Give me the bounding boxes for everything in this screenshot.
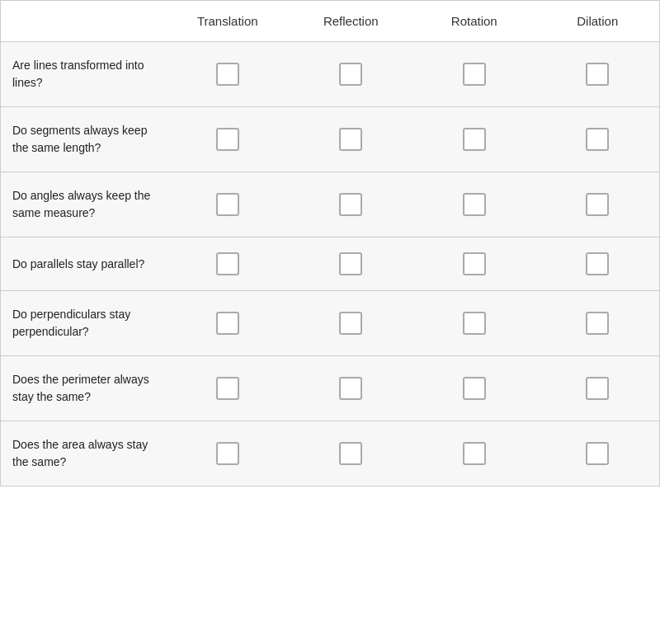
- checkbox-cell-row4-dilation: [536, 237, 660, 290]
- checkbox-cell-row5-reflection: [290, 297, 413, 350]
- checkbox-row2-dilation[interactable]: [586, 128, 609, 151]
- checkbox-row7-reflection[interactable]: [339, 442, 362, 465]
- checkbox-row6-dilation[interactable]: [586, 377, 609, 400]
- checkbox-cell-row5-translation: [166, 297, 290, 350]
- checkbox-cell-row2-reflection: [290, 113, 413, 166]
- checkbox-cell-row2-rotation: [412, 113, 536, 166]
- checkbox-row1-dilation[interactable]: [586, 63, 609, 86]
- question-6: Does the perimeter always stay the same?: [1, 356, 166, 421]
- checkbox-cell-row6-rotation: [412, 362, 536, 415]
- checkbox-row2-rotation[interactable]: [463, 128, 486, 151]
- checkbox-cell-row3-reflection: [290, 178, 413, 231]
- checkbox-row5-dilation[interactable]: [586, 312, 609, 335]
- checkbox-cell-row6-translation: [166, 362, 290, 415]
- checkbox-row7-rotation[interactable]: [463, 442, 486, 465]
- header-rotation: Rotation: [412, 1, 536, 41]
- header-translation: Translation: [166, 1, 290, 41]
- header-reflection: Reflection: [290, 1, 413, 41]
- checkbox-row6-rotation[interactable]: [463, 377, 486, 400]
- checkbox-cell-row6-dilation: [536, 362, 660, 415]
- checkbox-cell-row2-translation: [166, 113, 290, 166]
- checkbox-cell-row3-rotation: [412, 178, 536, 231]
- checkbox-row5-reflection[interactable]: [339, 312, 362, 335]
- question-3: Do angles always keep the same measure?: [1, 172, 166, 237]
- checkbox-row7-translation[interactable]: [216, 442, 239, 465]
- checkbox-cell-row3-translation: [166, 178, 290, 231]
- checkbox-cell-row7-rotation: [412, 427, 536, 480]
- question-7: Does the area always stay the same?: [1, 421, 166, 486]
- checkbox-row1-rotation[interactable]: [463, 63, 486, 86]
- checkbox-row4-reflection[interactable]: [339, 252, 362, 275]
- checkbox-row1-translation[interactable]: [216, 63, 239, 86]
- checkbox-cell-row1-rotation: [412, 48, 536, 101]
- checkbox-row3-rotation[interactable]: [463, 193, 486, 216]
- checkbox-cell-row4-translation: [166, 237, 290, 290]
- question-1: Are lines transformed into lines?: [1, 42, 166, 106]
- checkbox-cell-row6-reflection: [290, 362, 413, 415]
- question-4: Do parallels stay parallel?: [1, 241, 166, 288]
- checkbox-row2-reflection[interactable]: [339, 128, 362, 151]
- checkbox-cell-row3-dilation: [536, 178, 660, 231]
- checkbox-cell-row4-rotation: [412, 237, 536, 290]
- transformation-table: Translation Reflection Rotation Dilation…: [0, 0, 660, 487]
- checkbox-row1-reflection[interactable]: [339, 63, 362, 86]
- checkbox-row7-dilation[interactable]: [586, 442, 609, 465]
- checkbox-cell-row1-translation: [166, 48, 290, 101]
- table-row: Do perpendiculars stay perpendicular?: [1, 291, 659, 356]
- table-row: Do parallels stay parallel?: [1, 237, 659, 291]
- header-empty: [1, 1, 166, 41]
- table-header: Translation Reflection Rotation Dilation: [1, 1, 659, 42]
- checkbox-cell-row1-reflection: [290, 48, 413, 101]
- checkbox-cell-row2-dilation: [536, 113, 660, 166]
- checkbox-row3-dilation[interactable]: [586, 193, 609, 216]
- table-row: Does the perimeter always stay the same?: [1, 356, 659, 421]
- checkbox-row6-translation[interactable]: [216, 377, 239, 400]
- checkbox-row4-translation[interactable]: [216, 252, 239, 275]
- table-row: Do segments always keep the same length?: [1, 107, 659, 172]
- question-2: Do segments always keep the same length?: [1, 107, 166, 172]
- checkbox-row3-reflection[interactable]: [339, 193, 362, 216]
- checkbox-row4-dilation[interactable]: [586, 252, 609, 275]
- checkbox-cell-row1-dilation: [536, 48, 660, 101]
- header-dilation: Dilation: [536, 1, 660, 41]
- checkbox-cell-row7-translation: [166, 427, 290, 480]
- checkbox-row2-translation[interactable]: [216, 128, 239, 151]
- checkbox-row5-rotation[interactable]: [463, 312, 486, 335]
- checkbox-cell-row4-reflection: [290, 237, 413, 290]
- table-row: Do angles always keep the same measure?: [1, 172, 659, 237]
- checkbox-row5-translation[interactable]: [216, 312, 239, 335]
- checkbox-cell-row7-dilation: [536, 427, 660, 480]
- question-5: Do perpendiculars stay perpendicular?: [1, 291, 166, 355]
- checkbox-row6-reflection[interactable]: [339, 377, 362, 400]
- checkbox-cell-row5-dilation: [536, 297, 660, 350]
- checkbox-row3-translation[interactable]: [216, 193, 239, 216]
- table-row: Are lines transformed into lines?: [1, 42, 659, 107]
- checkbox-cell-row7-reflection: [290, 427, 413, 480]
- checkbox-row4-rotation[interactable]: [463, 252, 486, 275]
- checkbox-cell-row5-rotation: [412, 297, 536, 350]
- table-row: Does the area always stay the same?: [1, 421, 659, 486]
